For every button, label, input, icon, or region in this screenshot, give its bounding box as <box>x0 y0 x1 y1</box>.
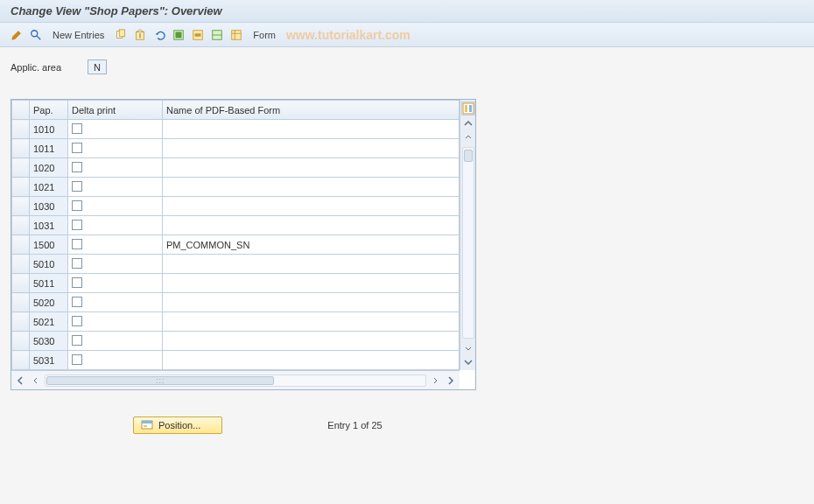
horizontal-scrollbar[interactable]: ::: <box>11 370 460 389</box>
pdf-form-cell[interactable] <box>163 351 460 370</box>
delta-print-cell[interactable] <box>68 293 163 312</box>
select-block-icon[interactable] <box>190 27 206 43</box>
pdf-form-cell[interactable] <box>163 255 460 274</box>
delta-print-cell[interactable] <box>68 351 163 370</box>
row-selector[interactable] <box>12 351 30 370</box>
row-selector[interactable] <box>12 216 30 235</box>
pap-cell[interactable]: 1011 <box>30 139 68 158</box>
scroll-down-icon[interactable] <box>462 356 474 368</box>
row-selector[interactable] <box>12 332 30 351</box>
scroll-col-left-icon[interactable] <box>29 374 43 388</box>
delta-print-cell[interactable] <box>68 178 163 197</box>
delta-print-cell[interactable] <box>68 274 163 293</box>
form-button[interactable]: Form <box>248 30 281 40</box>
pap-cell[interactable]: 1031 <box>30 216 68 235</box>
row-selector[interactable] <box>12 139 30 158</box>
pap-cell[interactable]: 5020 <box>30 293 68 312</box>
svg-rect-16 <box>465 105 467 112</box>
v-scroll-thumb[interactable] <box>464 150 473 162</box>
row-selector[interactable] <box>12 293 30 312</box>
delete-icon[interactable] <box>132 27 148 43</box>
column-header-delta[interactable]: Delta print <box>68 101 163 120</box>
pdf-form-cell[interactable] <box>163 274 460 293</box>
delta-print-checkbox[interactable] <box>72 181 82 192</box>
pap-cell[interactable]: 5010 <box>30 255 68 274</box>
v-scroll-track[interactable] <box>462 147 474 339</box>
pap-cell[interactable]: 1021 <box>30 178 68 197</box>
h-scroll-track[interactable]: ::: <box>45 374 426 387</box>
pdf-form-cell[interactable] <box>163 120 460 139</box>
delta-print-checkbox[interactable] <box>72 200 82 211</box>
pdf-form-cell[interactable]: PM_COMMON_SN <box>163 235 460 255</box>
scroll-right-icon[interactable] <box>444 374 458 388</box>
delta-print-checkbox[interactable] <box>72 143 82 153</box>
scroll-left-icon[interactable] <box>13 374 27 388</box>
delta-print-cell[interactable] <box>68 216 163 235</box>
delta-print-checkbox[interactable] <box>72 239 82 249</box>
delta-print-checkbox[interactable] <box>72 297 82 307</box>
applic-area-value[interactable]: N <box>88 60 107 74</box>
find-icon[interactable] <box>28 27 44 43</box>
delta-print-checkbox[interactable] <box>72 354 82 365</box>
column-header-pdf[interactable]: Name of PDF-Based Form <box>163 101 460 120</box>
column-header-pap[interactable]: Pap. <box>30 101 68 120</box>
delta-print-checkbox[interactable] <box>72 123 82 134</box>
pdf-form-cell[interactable] <box>163 139 460 158</box>
delta-print-cell[interactable] <box>68 332 163 351</box>
h-scroll-thumb[interactable]: ::: <box>46 376 274 385</box>
row-selector[interactable] <box>12 274 30 293</box>
row-selector[interactable] <box>12 312 30 332</box>
delta-print-cell[interactable] <box>68 120 163 139</box>
column-header-select[interactable] <box>12 101 30 120</box>
pdf-form-cell[interactable] <box>163 312 460 332</box>
row-selector[interactable] <box>12 235 30 255</box>
new-entries-button[interactable]: New Entries <box>47 30 109 40</box>
delta-print-checkbox[interactable] <box>72 220 82 230</box>
table-settings-icon[interactable] <box>228 27 244 43</box>
deselect-all-icon[interactable] <box>209 27 225 43</box>
delta-print-cell[interactable] <box>68 235 163 255</box>
pdf-form-cell[interactable] <box>163 216 460 235</box>
pap-cell[interactable]: 5021 <box>30 312 68 332</box>
delta-print-checkbox[interactable] <box>72 316 82 326</box>
pap-cell[interactable]: 5030 <box>30 332 68 351</box>
delta-print-cell[interactable] <box>68 197 163 216</box>
position-button[interactable]: Position... <box>133 416 222 434</box>
delta-print-checkbox[interactable] <box>72 277 82 288</box>
delta-print-cell[interactable] <box>68 255 163 274</box>
row-selector[interactable] <box>12 178 30 197</box>
toolbar: New Entries Form www.tutorialkart.com <box>0 23 814 47</box>
vertical-scrollbar[interactable] <box>460 100 475 370</box>
pap-cell[interactable]: 1010 <box>30 120 68 139</box>
pdf-form-cell[interactable] <box>163 158 460 178</box>
pdf-form-cell[interactable] <box>163 178 460 197</box>
row-selector[interactable] <box>12 158 30 178</box>
pap-cell[interactable]: 1500 <box>30 235 68 255</box>
delta-print-checkbox[interactable] <box>72 258 82 269</box>
table-row: 1010 <box>12 120 460 139</box>
pap-cell[interactable]: 5011 <box>30 274 68 293</box>
toggle-display-change-icon[interactable] <box>9 27 25 43</box>
pap-cell[interactable]: 1020 <box>30 158 68 178</box>
delta-print-cell[interactable] <box>68 158 163 178</box>
scroll-col-right-icon[interactable] <box>428 374 442 388</box>
undo-change-icon[interactable] <box>151 27 167 43</box>
delta-print-checkbox[interactable] <box>72 162 82 172</box>
delta-print-cell[interactable] <box>68 139 163 158</box>
pdf-form-cell[interactable] <box>163 332 460 351</box>
pap-cell[interactable]: 1030 <box>30 197 68 216</box>
scroll-row-up-icon[interactable] <box>462 131 474 144</box>
configure-columns-icon[interactable] <box>461 102 475 116</box>
delta-print-cell[interactable] <box>68 312 163 332</box>
pdf-form-cell[interactable] <box>163 293 460 312</box>
row-selector[interactable] <box>12 197 30 216</box>
copy-as-icon[interactable] <box>113 27 129 43</box>
delta-print-checkbox[interactable] <box>72 335 82 346</box>
pdf-form-cell[interactable] <box>163 197 460 216</box>
scroll-up-icon[interactable] <box>462 117 474 130</box>
row-selector[interactable] <box>12 255 30 274</box>
select-all-icon[interactable] <box>171 27 186 43</box>
row-selector[interactable] <box>12 120 30 139</box>
scroll-row-down-icon[interactable] <box>462 342 474 354</box>
pap-cell[interactable]: 5031 <box>30 351 68 370</box>
